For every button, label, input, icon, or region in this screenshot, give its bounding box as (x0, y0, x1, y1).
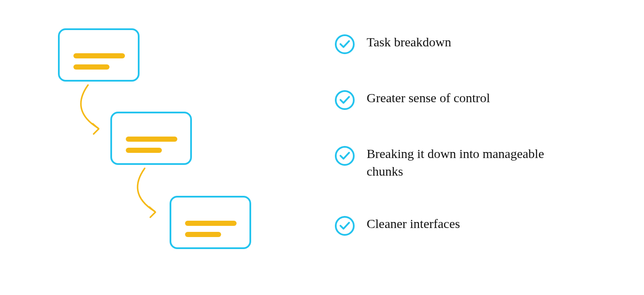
task-card-3 (170, 196, 251, 249)
benefit-item: Greater sense of control (335, 89, 610, 110)
task-card-line-icon (126, 137, 177, 142)
checkmark-icon (335, 216, 355, 236)
checkmark-icon (335, 90, 355, 110)
benefit-label: Breaking it down into manageable chunks (367, 145, 547, 180)
benefit-item: Breaking it down into manageable chunks (335, 145, 610, 180)
benefit-label: Cleaner interfaces (367, 215, 460, 233)
checkmark-icon (335, 146, 355, 166)
benefit-item: Cleaner interfaces (335, 215, 610, 236)
task-card-1 (58, 28, 140, 82)
benefit-label: Greater sense of control (367, 89, 490, 107)
task-card-line-icon (185, 232, 221, 237)
task-card-line-icon (73, 64, 109, 70)
benefit-label: Task breakdown (367, 33, 451, 51)
task-card-line-icon (185, 221, 237, 226)
task-card-line-icon (126, 148, 162, 153)
benefit-item: Task breakdown (335, 33, 610, 54)
checkmark-icon (335, 34, 355, 54)
diagram-stage: Task breakdown Greater sense of control … (0, 0, 644, 295)
task-card-2 (110, 112, 192, 165)
benefits-list: Task breakdown Greater sense of control … (335, 33, 610, 236)
task-card-line-icon (73, 53, 125, 58)
